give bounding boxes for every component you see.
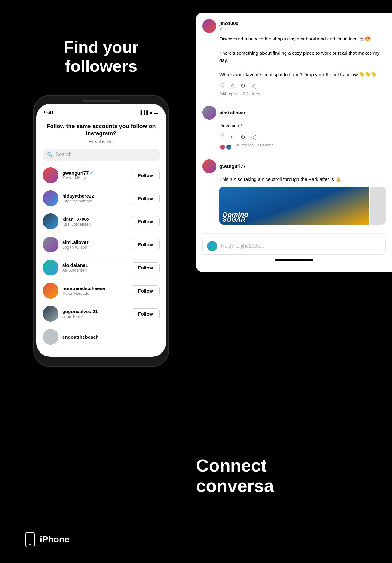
search-bar[interactable]: 🔍 Search bbox=[43, 149, 160, 161]
follow-button[interactable]: Follow bbox=[132, 216, 160, 227]
username-text: gwangurl77 bbox=[219, 164, 246, 169]
list-item: gogoncalves.21 Juan Torres Follow bbox=[43, 302, 160, 325]
repost-icon[interactable]: ↻ bbox=[240, 82, 246, 90]
share-icon[interactable]: ◁ bbox=[251, 133, 256, 141]
list-item: aimi.allover Logan Wilson Follow bbox=[43, 233, 160, 256]
user-handle: gogoncalves.21 bbox=[62, 309, 132, 314]
user-handle: kiran_0706x bbox=[62, 216, 132, 222]
svg-point-7 bbox=[43, 329, 58, 345]
phone-mockup: 9:41 ▐▐▐ ◆ ▬ Follow the same accounts yo… bbox=[33, 95, 169, 367]
svg-point-0 bbox=[43, 167, 58, 183]
post-body-line3: What's your favorite local spot to hang?… bbox=[219, 72, 377, 77]
battery-icon: ▬ bbox=[154, 110, 158, 115]
reply-avatar-small bbox=[226, 144, 232, 150]
follow-button[interactable]: Follow bbox=[132, 285, 160, 296]
home-indicator bbox=[275, 259, 313, 261]
post-avatar bbox=[202, 159, 216, 173]
thread-post: gwangurl77 This!!! Also taking a nice st… bbox=[202, 159, 386, 229]
reply-section: Reply to jiho100x... bbox=[202, 233, 386, 255]
svg-point-10 bbox=[202, 159, 216, 173]
post-username: jiho100x ✓ bbox=[219, 21, 238, 32]
comment-icon[interactable]: ○ bbox=[231, 82, 235, 90]
phone-screen: 9:41 ▐▐▐ ◆ ▬ Follow the same accounts yo… bbox=[36, 104, 166, 357]
follow-button[interactable]: Follow bbox=[132, 170, 160, 181]
avatar bbox=[43, 329, 58, 345]
user-real-name: Logan Wilson bbox=[62, 245, 132, 250]
post-actions: ♡ ○ ↻ ◁ bbox=[219, 82, 386, 90]
main-headline: Find your followers bbox=[28, 38, 174, 76]
list-item: endoatthebeach bbox=[43, 325, 160, 348]
user-info: nora.needs.cheese Myka Mercado bbox=[62, 286, 132, 296]
avatar bbox=[43, 306, 58, 322]
reply-avatar bbox=[207, 241, 217, 251]
user-real-name: Airi Andersen bbox=[62, 268, 132, 273]
user-handle: nora.needs.cheese bbox=[62, 286, 132, 291]
post-header: gwangurl77 bbox=[202, 159, 386, 173]
reply-input-row[interactable]: Reply to jiho100x... bbox=[202, 238, 386, 255]
user-handle: hidayathere22 bbox=[62, 193, 132, 199]
sugar-text: SUGAR bbox=[223, 216, 245, 223]
svg-point-8 bbox=[202, 19, 216, 33]
search-placeholder: Search bbox=[56, 152, 72, 158]
post-body: Discovered a new coffee shop in my neigh… bbox=[219, 35, 386, 78]
avatar bbox=[43, 283, 58, 299]
post-body: Devoción!! bbox=[219, 122, 386, 129]
comment-icon[interactable]: ○ bbox=[231, 133, 235, 141]
verified-badge: ✓ bbox=[219, 27, 223, 31]
user-handle: endoatthebeach bbox=[62, 334, 160, 340]
post-avatar bbox=[202, 106, 216, 120]
verified-badge: ✓ bbox=[90, 170, 93, 175]
avatar bbox=[43, 260, 58, 275]
repost-icon[interactable]: ↻ bbox=[240, 133, 246, 141]
list-item: nora.needs.cheese Myka Mercado Follow bbox=[43, 279, 160, 302]
post-image-right bbox=[370, 187, 386, 225]
connect-line1: Connect bbox=[196, 455, 267, 475]
user-info: kiran_0706x Kirsi Jørgensen bbox=[62, 216, 132, 226]
post-stats: 244 replies · 2.2k likes bbox=[219, 91, 386, 96]
thread-line bbox=[209, 120, 209, 165]
list-item: hidayathere22 Eitan Yamamoto Follow bbox=[43, 187, 160, 210]
user-info: endoatthebeach bbox=[62, 334, 160, 340]
user-real-name: Yvette Mistry bbox=[62, 176, 132, 180]
post-image-left: Domino SUGAR bbox=[219, 187, 369, 225]
user-real-name: Myka Mercado bbox=[62, 291, 132, 296]
post-body-line2: There's something about finding a cozy p… bbox=[219, 50, 379, 63]
wifi-icon: ◆ bbox=[150, 110, 153, 115]
follow-button[interactable]: Follow bbox=[132, 239, 160, 250]
svg-point-5 bbox=[43, 283, 58, 299]
signal-icon: ▐▐▐ bbox=[139, 110, 148, 115]
post-header: aimi.allover bbox=[202, 106, 386, 120]
screen-content: Follow the same accounts you follow on I… bbox=[36, 118, 166, 357]
user-handle: gwangurl77 ✓ bbox=[62, 170, 132, 176]
follow-button[interactable]: Follow bbox=[132, 193, 160, 204]
user-info: aimi.allover Logan Wilson bbox=[62, 239, 132, 250]
left-section: Find your followers 9:41 ▐▐▐ ◆ ▬ Follow … bbox=[0, 0, 202, 563]
user-real-name: Kirsi Jørgensen bbox=[62, 222, 132, 226]
status-icons: ▐▐▐ ◆ ▬ bbox=[139, 110, 158, 115]
user-real-name: Juan Torres bbox=[62, 314, 132, 319]
iphone-home-indicator bbox=[29, 544, 31, 545]
iphone-icon bbox=[25, 532, 35, 547]
follow-button[interactable]: Follow bbox=[132, 262, 160, 273]
post-image: Domino SUGAR bbox=[219, 187, 386, 225]
username-text: aimi.allover bbox=[219, 110, 246, 115]
list-item: gwangurl77 ✓ Yvette Mistry Follow bbox=[43, 164, 160, 187]
how-it-works-link[interactable]: How it works bbox=[43, 139, 160, 144]
connect-section: Connect conversa bbox=[196, 436, 392, 563]
thread-post: jiho100x ✓ Discovered a new coffee shop … bbox=[202, 19, 386, 101]
thread-post: aimi.allover Devoción!! ♡ ○ ↻ ◁ 26 repli… bbox=[202, 106, 386, 154]
like-icon[interactable]: ♡ bbox=[219, 133, 225, 141]
follow-button[interactable]: Follow bbox=[132, 308, 160, 319]
reply-avatar-small bbox=[219, 144, 226, 150]
svg-point-6 bbox=[43, 306, 58, 322]
user-real-name: Eitan Yamamoto bbox=[62, 199, 132, 203]
like-icon[interactable]: ♡ bbox=[219, 82, 225, 90]
avatar bbox=[43, 190, 58, 206]
reply-placeholder[interactable]: Reply to jiho100x... bbox=[221, 243, 264, 249]
right-section: jiho100x ✓ Discovered a new coffee shop … bbox=[190, 0, 392, 563]
post-body: This!!! Also taking a nice stroll throug… bbox=[219, 176, 386, 183]
svg-point-2 bbox=[43, 213, 58, 229]
svg-point-4 bbox=[43, 260, 58, 275]
share-icon[interactable]: ◁ bbox=[251, 82, 256, 90]
reply-avatars: 26 replies · 112 likes bbox=[219, 143, 386, 152]
